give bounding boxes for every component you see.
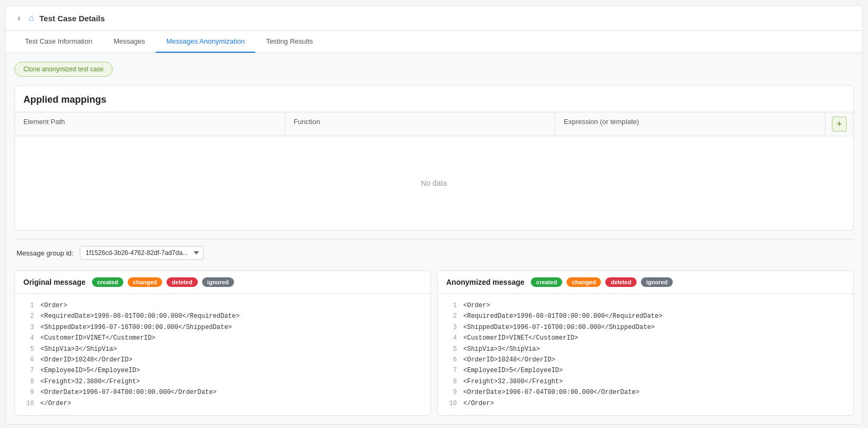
home-icon: ⌂ xyxy=(29,13,34,23)
line-number: 9 xyxy=(23,387,34,398)
line-number: 3 xyxy=(446,322,457,333)
add-mapping-button[interactable]: + xyxy=(832,117,847,131)
line-number: 9 xyxy=(446,387,457,398)
line-content: <Freight>32.3800</Freight> xyxy=(463,376,563,387)
badge-deleted-anonymized: deleted xyxy=(605,277,637,287)
code-line: 6 <OrderID>10248</OrderID> xyxy=(446,355,845,365)
add-mapping-button-cell: + xyxy=(825,112,853,136)
code-line: 7 <EmployeeID>5</EmployeeID> xyxy=(446,365,845,376)
message-group-label: Message group id: xyxy=(16,249,73,257)
code-line: 7 <EmployeeID>5</EmployeeID> xyxy=(23,365,422,376)
badge-created-original: created xyxy=(92,277,123,287)
line-content: </Order> xyxy=(40,398,71,409)
line-content: <RequiredDate>1996-08-01T00:00:00.000</R… xyxy=(40,311,239,322)
code-line: 3 <ShippedDate>1996-07-16T00:00:00.000</… xyxy=(446,322,845,333)
table-header: Element Path Function Expression (or tem… xyxy=(15,112,853,136)
line-number: 4 xyxy=(446,333,457,343)
line-number: 4 xyxy=(23,333,34,343)
anonymized-panel-header: Anonymized message created changed delet… xyxy=(438,271,853,294)
code-line: 1<Order> xyxy=(446,300,845,311)
line-content: <CustomerID>VINET</CustomerID> xyxy=(40,333,155,343)
line-number: 10 xyxy=(446,398,457,409)
clone-anonymized-test-case-button[interactable]: Clone anonymized test case xyxy=(14,62,113,77)
line-content: <Freight>32.3800</Freight> xyxy=(40,376,140,387)
line-number: 2 xyxy=(446,311,457,322)
back-button[interactable]: ‹ xyxy=(14,12,23,24)
line-content: <CustomerID>VINET</CustomerID> xyxy=(463,333,578,343)
column-expression: Expression (or template) xyxy=(555,112,825,136)
line-number: 7 xyxy=(446,365,457,376)
message-group-select[interactable]: 1f1526cd-3b26-4762-82df-7ad7da... xyxy=(80,246,204,260)
page-title: Test Case Details xyxy=(39,14,105,23)
line-number: 3 xyxy=(23,322,34,333)
line-content: <OrderID>10248</OrderID> xyxy=(463,355,555,365)
original-message-panel: Original message created changed deleted… xyxy=(14,270,431,416)
line-content: <OrderID>10248</OrderID> xyxy=(40,355,132,365)
badge-ignored-anonymized: ignored xyxy=(641,277,673,287)
code-line: 1<Order> xyxy=(23,300,422,311)
code-line: 4 <CustomerID>VINET</CustomerID> xyxy=(23,333,422,343)
line-number: 6 xyxy=(446,355,457,365)
anonymized-message-panel: Anonymized message created changed delet… xyxy=(437,270,854,416)
line-content: <OrderDate>1996-07-04T00:00:00.000</Orde… xyxy=(40,387,216,398)
message-group-row: Message group id: 1f1526cd-3b26-4762-82d… xyxy=(14,240,854,266)
badge-created-anonymized: created xyxy=(531,277,562,287)
line-content: <ShipVia>3</ShipVia> xyxy=(463,344,540,355)
line-content: <RequiredDate>1996-08-01T00:00:00.000</R… xyxy=(463,311,662,322)
line-content: <ShippedDate>1996-07-16T00:00:00.000</Sh… xyxy=(40,322,232,333)
code-line: 5 <ShipVia>3</ShipVia> xyxy=(23,344,422,355)
app-container: ‹ ⌂ Test Case Details Test Case Informat… xyxy=(5,5,863,425)
line-number: 8 xyxy=(23,376,34,387)
applied-mappings-title: Applied mappings xyxy=(15,86,853,112)
code-line: 9 <OrderDate>1996-07-04T00:00:00.000</Or… xyxy=(446,387,845,398)
original-panel-title: Original message xyxy=(23,278,86,286)
code-line: 3 <ShippedDate>1996-07-16T00:00:00.000</… xyxy=(23,322,422,333)
code-line: 5 <ShipVia>3</ShipVia> xyxy=(446,344,845,355)
code-line: 8 <Freight>32.3800</Freight> xyxy=(23,376,422,387)
line-content: <EmployeeID>5</EmployeeID> xyxy=(40,365,140,376)
header: ‹ ⌂ Test Case Details xyxy=(6,6,862,31)
line-number: 10 xyxy=(23,398,34,409)
line-number: 1 xyxy=(23,300,34,311)
line-number: 7 xyxy=(23,365,34,376)
column-function: Function xyxy=(285,112,555,136)
original-message-code: 1<Order>2 <RequiredDate>1996-08-01T00:00… xyxy=(15,294,430,415)
line-content: <ShippedDate>1996-07-16T00:00:00.000</Sh… xyxy=(463,322,655,333)
tab-messages[interactable]: Messages xyxy=(103,31,155,53)
badge-changed-original: changed xyxy=(128,277,162,287)
anonymized-panel-title: Anonymized message xyxy=(446,278,524,286)
badge-ignored-original: ignored xyxy=(202,277,234,287)
no-data-label: No data xyxy=(15,136,853,230)
code-line: 10</Order> xyxy=(23,398,422,409)
line-number: 8 xyxy=(446,376,457,387)
line-number: 6 xyxy=(23,355,34,365)
code-line: 10</Order> xyxy=(446,398,845,409)
code-line: 9 <OrderDate>1996-07-04T00:00:00.000</Or… xyxy=(23,387,422,398)
line-content: <ShipVia>3</ShipVia> xyxy=(40,344,117,355)
code-line: 2 <RequiredDate>1996-08-01T00:00:00.000<… xyxy=(23,311,422,322)
back-icon: ‹ xyxy=(18,13,20,22)
line-number: 5 xyxy=(23,344,34,355)
code-line: 6 <OrderID>10248</OrderID> xyxy=(23,355,422,365)
line-number: 1 xyxy=(446,300,457,311)
original-panel-header: Original message created changed deleted… xyxy=(15,271,430,294)
line-content: <Order> xyxy=(40,300,67,311)
tab-bar: Test Case Information Messages Messages … xyxy=(6,31,862,53)
line-content: <EmployeeID>5</EmployeeID> xyxy=(463,365,563,376)
column-element-path: Element Path xyxy=(15,112,285,136)
badge-deleted-original: deleted xyxy=(166,277,198,287)
tab-test-case-information[interactable]: Test Case Information xyxy=(14,31,103,53)
code-line: 4 <CustomerID>VINET</CustomerID> xyxy=(446,333,845,343)
line-number: 2 xyxy=(23,311,34,322)
tab-testing-results[interactable]: Testing Results xyxy=(255,31,323,53)
code-line: 2 <RequiredDate>1996-08-01T00:00:00.000<… xyxy=(446,311,845,322)
main-content: Clone anonymized test case Applied mappi… xyxy=(6,53,862,424)
anonymized-message-code: 1<Order>2 <RequiredDate>1996-08-01T00:00… xyxy=(438,294,853,415)
line-content: </Order> xyxy=(463,398,494,409)
messages-panels: Original message created changed deleted… xyxy=(14,270,854,416)
line-content: <OrderDate>1996-07-04T00:00:00.000</Orde… xyxy=(463,387,639,398)
applied-mappings-section: Applied mappings Element Path Function E… xyxy=(14,85,854,231)
badge-changed-anonymized: changed xyxy=(566,277,601,287)
tab-messages-anonymization[interactable]: Messages Anonymization xyxy=(156,31,255,53)
line-number: 5 xyxy=(446,344,457,355)
